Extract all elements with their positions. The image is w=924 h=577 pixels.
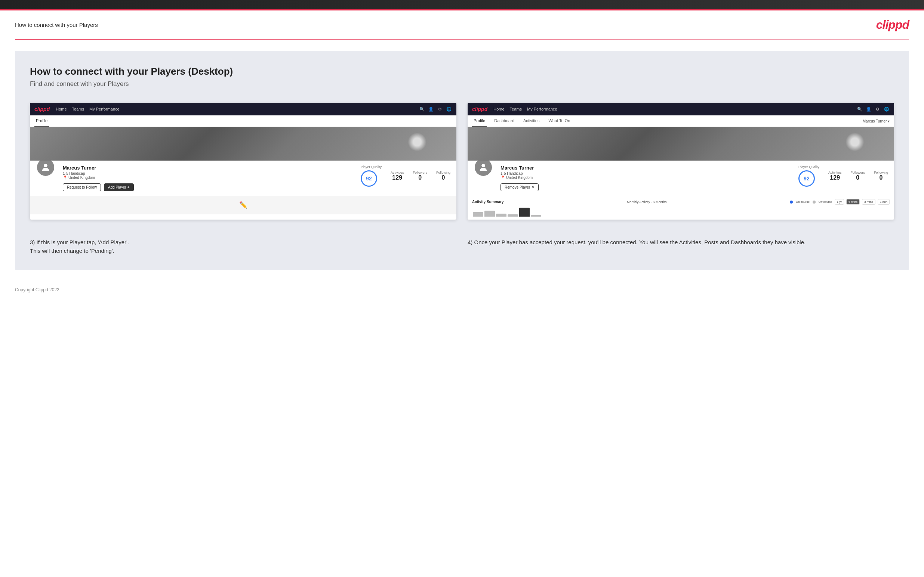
left-stats-row: Player Quality 92 Activities 129 Followe… [361,165,451,187]
caption-right: 4) Once your Player has accepted your re… [468,238,894,255]
left-tab-profile[interactable]: Profile [34,115,49,127]
settings-icon[interactable]: ⚙ [437,106,443,112]
globe-icon[interactable]: 🌐 [446,106,452,112]
right-player-selector[interactable]: Marcus Turner ▾ [863,115,890,127]
activity-chart-preview [472,206,890,217]
right-globe-icon[interactable]: 🌐 [884,106,890,112]
left-followers-value: 0 [413,174,427,181]
right-followers-label: Followers [850,171,865,174]
left-player-handicap: 1-5 Handicap [63,171,353,176]
time-btn-3mths[interactable]: 3 mths [862,199,876,205]
user-icon[interactable]: 👤 [428,106,434,112]
on-course-dot [790,201,793,203]
left-following-label: Following [436,171,451,174]
activity-legend: On course Off course [790,200,832,203]
left-tab-bar: Profile [30,115,456,127]
right-nav-teams[interactable]: Teams [510,107,522,111]
left-player-location: 📍 United Kingdom [63,176,353,180]
left-nav-links: Home Teams My Performance [56,107,413,111]
activity-summary-header: Activity Summary Monthly Activity · 6 Mo… [472,199,890,205]
left-player-name: Marcus Turner [63,165,353,171]
page-title: How to connect with your Players [15,22,98,28]
section-subtitle: Find and connect with your Players [30,80,894,88]
search-icon[interactable]: 🔍 [419,106,425,112]
page-footer: Copyright Clippd 2022 [0,281,924,298]
right-tab-profile[interactable]: Profile [472,115,487,127]
time-btn-1yr[interactable]: 1 yr [835,199,844,205]
right-tab-bar: Profile Dashboard Activities What To On … [468,115,894,127]
right-player-location: 📍 United Kingdom [501,176,791,180]
screenshots-row: clippd Home Teams My Performance 🔍 👤 ⚙ 🌐… [30,103,894,219]
left-follow-button[interactable]: Request to Follow [63,184,101,191]
left-navbar: clippd Home Teams My Performance 🔍 👤 ⚙ 🌐 [30,103,456,115]
top-bar [0,0,924,10]
left-followers-stat: Followers 0 [413,171,427,181]
activity-summary-title: Activity Summary [472,200,504,204]
off-course-dot [813,201,816,203]
right-nav-icons: 🔍 👤 ⚙ 🌐 [857,106,890,112]
right-following-value: 0 [874,174,888,181]
screenshot-left: clippd Home Teams My Performance 🔍 👤 ⚙ 🌐… [30,103,456,219]
right-user-icon[interactable]: 👤 [866,106,872,112]
chart-bar-6 [531,215,541,217]
left-action-buttons: Request to Follow Add Player + [63,184,353,191]
activity-period: Monthly Activity · 6 Months [627,200,667,204]
left-following-stat: Following 0 [436,171,451,181]
right-golf-banner [468,127,894,161]
time-btn-6mths[interactable]: 6 mths [846,199,860,205]
right-player-info: Marcus Turner 1-5 Handicap 📍 United King… [501,165,791,191]
close-icon: ✕ [531,185,535,189]
section-title: How to connect with your Players (Deskto… [30,66,894,77]
right-activities-label: Activities [828,171,842,174]
right-app-logo: clippd [472,106,488,112]
right-quality-group: Player Quality 92 [798,165,819,187]
right-quality-label: Player Quality [798,165,819,169]
pencil-icon: ✏️ [239,201,247,209]
copyright-text: Copyright Clippd 2022 [15,287,60,292]
right-navbar: clippd Home Teams My Performance 🔍 👤 ⚙ 🌐 [468,103,894,115]
left-activities-label: Activities [391,171,404,174]
right-nav-home[interactable]: Home [493,107,504,111]
left-nav-teams[interactable]: Teams [72,107,84,111]
left-player-info: Marcus Turner 1-5 Handicap 📍 United King… [63,165,353,191]
left-quality-circle: 92 [361,170,377,187]
left-quality-label: Player Quality [361,165,382,169]
right-player-name: Marcus Turner [501,165,791,171]
main-content: How to connect with your Players (Deskto… [15,51,909,270]
right-following-stat: Following 0 [874,171,888,181]
left-activities-stat: Activities 129 [391,171,404,181]
chart-bar-1 [473,212,483,217]
right-tab-what-to-on[interactable]: What To On [547,115,572,127]
left-nav-performance[interactable]: My Performance [89,107,120,111]
left-golf-banner [30,127,456,161]
left-quality-group: Player Quality 92 [361,165,382,187]
left-nav-home[interactable]: Home [56,107,66,111]
activity-controls: On course Off course 1 yr 6 mths 3 mths … [790,199,890,205]
right-search-icon[interactable]: 🔍 [857,106,863,112]
left-bottom-area: ✏️ [30,196,456,214]
chart-bar-4 [507,214,518,217]
right-following-label: Following [874,171,888,174]
right-followers-value: 0 [850,174,865,181]
right-tab-dashboard[interactable]: Dashboard [493,115,516,127]
captions-row: 3) If this is your Player tap, 'Add Play… [30,231,894,255]
left-add-player-button[interactable]: Add Player + [104,184,134,191]
screenshot-right: clippd Home Teams My Performance 🔍 👤 ⚙ 🌐… [468,103,894,219]
time-btn-1mth[interactable]: 1 mth [878,199,890,205]
left-followers-label: Followers [413,171,427,174]
off-course-label: Off course [819,200,832,203]
clippd-logo: clippd [876,18,909,32]
location-pin-icon: 📍 [63,176,67,180]
left-following-value: 0 [436,174,451,181]
left-activities-value: 129 [391,174,404,181]
right-nav-performance[interactable]: My Performance [527,107,557,111]
right-location-pin-icon: 📍 [501,176,505,180]
right-activities-value: 129 [828,174,842,181]
right-profile-section: Marcus Turner 1-5 Handicap 📍 United King… [468,161,894,196]
right-tab-activities[interactable]: Activities [522,115,541,127]
on-course-label: On course [796,200,809,203]
right-settings-icon[interactable]: ⚙ [875,106,880,112]
right-activity-summary: Activity Summary Monthly Activity · 6 Mo… [468,196,894,219]
right-remove-player-button[interactable]: Remove Player ✕ [501,184,539,191]
left-app-logo: clippd [34,106,50,112]
